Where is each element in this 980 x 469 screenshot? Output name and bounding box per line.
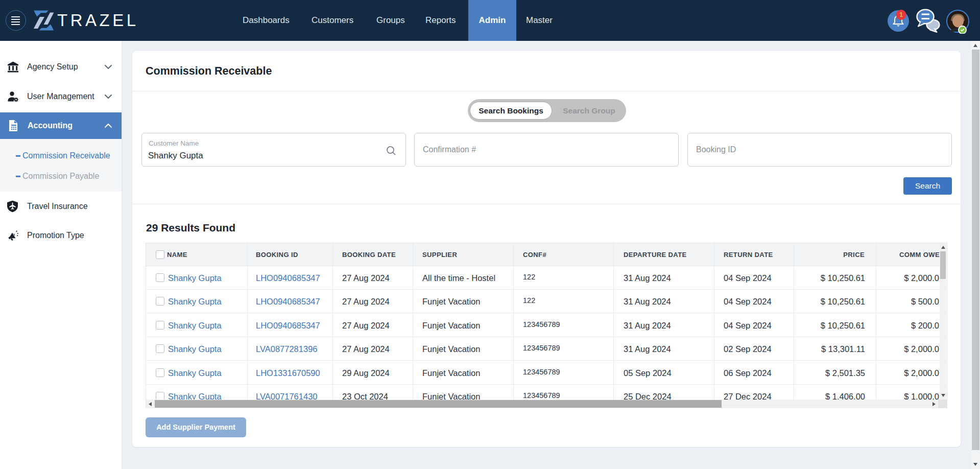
svg-text:1: 1 (899, 11, 903, 18)
